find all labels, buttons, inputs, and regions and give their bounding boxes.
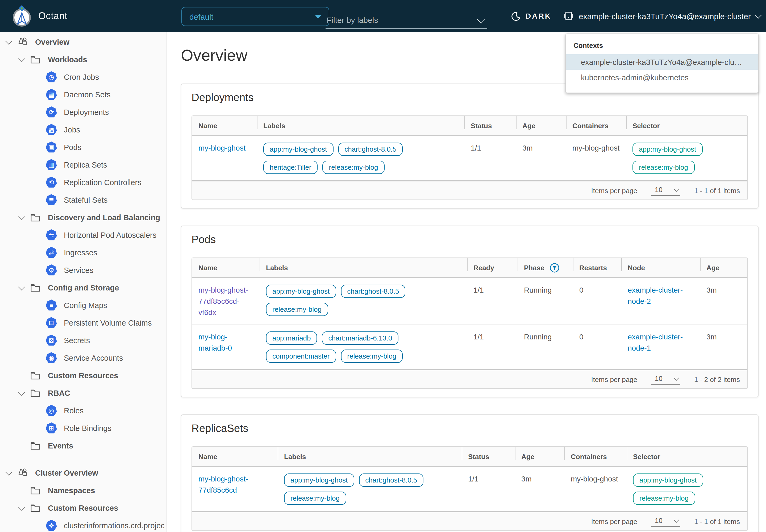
deployments-title: Deployments — [191, 92, 748, 104]
column-header-labels[interactable]: Labels — [278, 447, 462, 467]
column-header-containers[interactable]: Containers — [564, 447, 627, 467]
sidebar-item-custom-resources[interactable]: Custom Resources — [0, 367, 166, 384]
label-tag: component:master — [266, 350, 336, 363]
folder-icon — [30, 502, 41, 513]
octant-logo[interactable] — [11, 5, 33, 27]
sidebar-item-config-and-storage[interactable]: Config and Storage — [0, 279, 166, 296]
folder-icon — [30, 54, 41, 65]
sidebar-item-persistent-volume-claims[interactable]: ⊟ Persistent Volume Claims — [0, 314, 166, 331]
sidebar-item-workloads[interactable]: Workloads — [0, 51, 166, 68]
table-row: my-blog-ghost-77df85c6cd-vf6dx app:my-bl… — [192, 278, 748, 325]
chevron-down-icon[interactable] — [18, 55, 25, 62]
chevron-down-icon[interactable] — [18, 213, 25, 220]
column-header-name[interactable]: Name — [192, 447, 278, 467]
node-link[interactable]: example-cluster-node-2 — [628, 286, 683, 305]
sidebar-item-replication-controllers[interactable]: ⟲ Replication Controllers — [0, 173, 166, 191]
pod-link[interactable]: my-blog-ghost-77df85c6cd-vf6dx — [198, 286, 248, 317]
sidebar-item-daemon-sets[interactable]: ▦ Daemon Sets — [0, 86, 166, 103]
column-header-restarts[interactable]: Restarts — [573, 258, 621, 278]
deployments-card: Deployments Name Labels Status Age Conta… — [181, 84, 759, 209]
sidebar-item-role-bindings[interactable]: ⊞ Role Bindings — [0, 419, 166, 437]
column-header-phase[interactable]: Phase — [518, 258, 573, 278]
namespace-value: default — [189, 12, 213, 21]
column-header-selector[interactable]: Selector — [627, 447, 748, 467]
daemonset-icon: ▦ — [46, 89, 57, 100]
sidebar-item-service-accounts[interactable]: ◉ Service Accounts — [0, 349, 166, 367]
sidebar-item-jobs[interactable]: ▩ Jobs — [0, 121, 166, 138]
pods-card: Pods Name Labels Ready Phase — [181, 226, 759, 397]
sidebar-item-cluster-custom-resources[interactable]: Custom Resources — [0, 499, 166, 517]
context-option[interactable]: kubernetes-admin@kubernetes — [566, 70, 758, 85]
cluster-icon — [564, 11, 573, 21]
namespace-select[interactable]: default — [181, 7, 329, 26]
sidebar-item-namespaces[interactable]: Namespaces — [0, 481, 166, 499]
filter-funnel-icon[interactable] — [550, 263, 560, 273]
sidebar-item-pods[interactable]: ▣ Pods — [0, 138, 166, 156]
items-per-page-select[interactable]: 10 — [651, 516, 680, 526]
sidebar-item-overview[interactable]: Overview — [0, 33, 166, 51]
role-icon: ◎ — [46, 405, 57, 416]
selector-tag: release:my-blog — [632, 161, 694, 174]
deployments-table: Name Labels Status Age Containers Select… — [191, 115, 748, 200]
status-value: 1/1 — [471, 144, 481, 152]
sidebar-item-deployments[interactable]: ⟳ Deployments — [0, 103, 166, 121]
sidebar-item-secrets[interactable]: ⊠ Secrets — [0, 331, 166, 349]
column-header-labels[interactable]: Labels — [260, 258, 467, 278]
column-header-containers[interactable]: Containers — [566, 116, 626, 136]
folder-icon — [30, 212, 41, 223]
age-value: 3m — [521, 475, 532, 483]
sidebar-item-roles[interactable]: ◎ Roles — [0, 402, 166, 419]
chevron-down-icon[interactable] — [5, 468, 12, 475]
column-header-labels[interactable]: Labels — [257, 116, 464, 136]
sidebar-item-discovery-load-balancing[interactable]: Discovery and Load Balancing — [0, 209, 166, 226]
chevron-down-icon[interactable] — [18, 283, 25, 290]
octant-window: Octant default Filter by labels DARK exa… — [0, 0, 766, 532]
sidebar-item-config-maps[interactable]: ≡ Config Maps — [0, 296, 166, 314]
sidebar-item-rbac[interactable]: RBAC — [0, 384, 166, 402]
sidebar-item-cron-jobs[interactable]: ◷ Cron Jobs — [0, 68, 166, 86]
sidebar-item-services[interactable]: ⚙ Services — [0, 261, 166, 279]
crd-icon: ❖ — [46, 520, 57, 531]
label-tag: release:my-blog — [284, 492, 346, 505]
chevron-down-icon[interactable] — [5, 38, 12, 44]
column-header-age[interactable]: Age — [515, 447, 564, 467]
context-selector[interactable]: example-cluster-ka3TuTzYo4a@example-clus… — [564, 0, 761, 32]
column-header-name[interactable]: Name — [192, 116, 257, 136]
column-header-status[interactable]: Status — [462, 447, 515, 467]
pagination-range: 1 - 1 of 1 items — [694, 186, 740, 194]
chevron-down-icon[interactable] — [18, 389, 25, 395]
context-option-current[interactable]: example-cluster-ka3TuTzYo4a@example-clu… — [566, 54, 758, 70]
sidebar-item-ingresses[interactable]: ⇄ Ingresses — [0, 244, 166, 261]
node-link[interactable]: example-cluster-node-1 — [628, 333, 683, 352]
label-tag: app:my-blog-ghost — [284, 473, 354, 487]
items-per-page-select[interactable]: 10 — [651, 185, 680, 196]
sidebar-item-cluster-overview[interactable]: Cluster Overview — [0, 464, 166, 481]
sidebar-item-replica-sets[interactable]: ▥ Replica Sets — [0, 156, 166, 173]
replicaset-link[interactable]: my-blog-ghost-77df85c6cd — [198, 475, 248, 494]
chevron-down-icon — [674, 517, 679, 522]
label-tag: chart:ghost-8.0.5 — [338, 143, 403, 156]
selector-tag: app:my-blog-ghost — [633, 473, 703, 487]
sidebar-item-horizontal-pod-autoscalers[interactable]: ⇋ Horizontal Pod Autoscalers — [0, 226, 166, 244]
pod-link[interactable]: my-blog-mariadb-0 — [198, 333, 232, 352]
deployment-link[interactable]: my-blog-ghost — [198, 144, 245, 152]
label-filter-input[interactable]: Filter by labels — [326, 0, 487, 29]
nav-section-gap — [0, 454, 166, 464]
pagination: Items per page 10 1 - 1 of 1 items — [192, 180, 747, 199]
column-header-name[interactable]: Name — [192, 258, 260, 278]
column-header-node[interactable]: Node — [621, 258, 700, 278]
theme-toggle[interactable]: DARK — [511, 0, 551, 32]
column-header-age[interactable]: Age — [516, 116, 566, 136]
column-header-age[interactable]: Age — [700, 258, 748, 278]
sidebar-item-clusterinformations[interactable]: ❖ clusterinformations.crd.projec — [0, 517, 166, 532]
column-header-ready[interactable]: Ready — [467, 258, 518, 278]
applications-icon — [17, 467, 28, 478]
sidebar-item-events[interactable]: Events — [0, 437, 166, 454]
items-per-page-select[interactable]: 10 — [651, 374, 680, 384]
sidebar-item-stateful-sets[interactable]: ≣ Stateful Sets — [0, 191, 166, 209]
column-header-status[interactable]: Status — [464, 116, 516, 136]
ingress-icon: ⇄ — [46, 247, 57, 258]
column-header-selector[interactable]: Selector — [626, 116, 748, 136]
chevron-down-icon[interactable] — [18, 504, 25, 510]
caret-down-icon — [315, 15, 321, 18]
